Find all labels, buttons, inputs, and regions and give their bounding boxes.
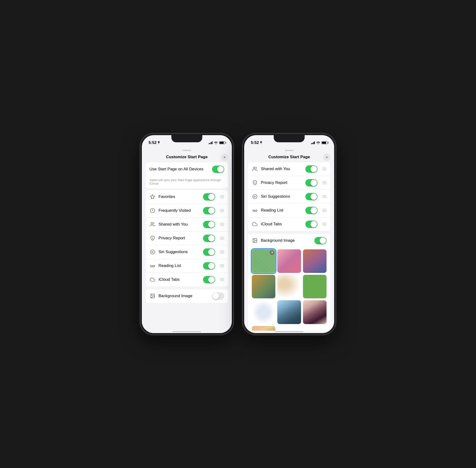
modal-header-2: Customize Start Page × [244,151,334,162]
shared-toggle[interactable] [203,221,215,228]
reading-list-label-2: Reading List [261,208,302,213]
siri-suggestions-label-2: Siri Suggestions [261,194,302,199]
background-image-label-1: Background Image [159,293,209,298]
phone-1-screen: 5:52 [142,135,232,333]
image-thumb-9[interactable] [303,300,327,324]
siri-suggestions-toggle[interactable] [203,249,215,256]
svg-point-4 [152,239,153,239]
list-item: Siri Suggestions [248,190,330,204]
sync-toggle[interactable] [212,166,224,173]
drag-handle [322,167,327,170]
status-time-1: 5:52 [149,140,160,145]
location-icon [158,141,160,144]
list-item: Privacy Report [248,176,330,190]
background-image-card-1: Background Image [146,289,228,303]
image-thumb-3[interactable] [303,249,327,273]
phone-2: 5:52 [243,134,336,335]
image-thumb-5[interactable] [277,275,301,298]
drag-handle [220,195,224,198]
svg-point-9 [151,265,152,267]
status-icons-2 [311,141,328,144]
siri-suggestions-label: Siri Suggestions [159,249,200,254]
deselect-image-1[interactable]: ✕ [270,250,274,255]
background-image-row-1: Background Image [146,289,228,303]
sync-toggle-row: Use Start Page on All Devices [146,162,228,176]
privacy-report-toggle-2[interactable] [305,179,317,187]
reading-list-toggle-2[interactable] [305,207,317,214]
list-item: iCloud Tabs [146,273,228,286]
background-image-toggle-1[interactable] [212,292,224,300]
shared-icon-2 [252,166,258,172]
privacy-report-label: Privacy Report [159,236,200,241]
background-image-toggle-2[interactable] [314,237,327,244]
icloud-tabs-toggle[interactable] [203,276,215,283]
clock-icon [149,207,156,214]
list-item: iCloud Tabs [248,218,330,231]
wifi-icon-2 [316,141,320,144]
list-item: Reading List [248,204,330,218]
reading-list-label: Reading List [159,263,200,268]
modal-sheet-2: Customize Start Page × [244,148,334,333]
cloud-icon-2 [252,221,258,227]
favorites-label: Favorites [159,194,200,199]
list-item: Shared with You [146,218,228,232]
items-card-1: Favorites [146,190,228,286]
image-icon-2 [252,237,258,244]
notch-2 [274,135,305,142]
battery-icon-2 [322,141,327,144]
list-item: Frequently Visited [146,204,228,218]
list-item: Shared with You [248,162,330,176]
image-thumb-4[interactable] [252,275,275,298]
star-icon [149,194,156,200]
svg-point-20 [253,210,255,212]
modal-sheet-1: Customize Start Page × Use Start Page on… [142,148,232,333]
close-button-1[interactable]: × [221,154,228,161]
reading-list-toggle[interactable] [203,262,215,270]
shared-icon [149,221,156,227]
list-item: Reading List [146,259,228,273]
svg-point-13 [253,167,255,169]
image-thumb-10[interactable] [252,326,275,331]
privacy-report-label-2: Privacy Report [261,180,302,185]
modal-content-1: Use Start Page on All Devices Safari wil… [142,162,232,331]
modal-title-2: Customize Start Page [268,155,310,160]
privacy-report-toggle[interactable] [203,234,215,242]
drag-handle [220,264,224,267]
svg-point-15 [255,183,255,184]
drag-handle [322,181,327,184]
icloud-tabs-label: iCloud Tabs [159,277,200,282]
status-time-2: 5:52 [251,140,262,145]
background-image-label-2: Background Image [261,238,312,243]
image-thumb-6[interactable] [303,275,327,298]
drag-handle [220,237,224,240]
status-icons-1 [209,141,225,144]
image-thumb-2[interactable] [277,249,301,273]
list-item: Siri Suggestions [146,245,228,259]
svg-point-12 [151,295,152,295]
shield-icon-2 [252,180,258,186]
list-item: Favorites [146,190,228,204]
sync-label: Use Start Page on All Devices [149,167,209,172]
background-image-card-2: Background Image ✕ [248,234,330,331]
glasses-icon-2 [252,207,258,213]
home-indicator-1 [173,331,201,332]
svg-point-21 [255,210,257,212]
drag-handle [322,209,327,212]
favorites-toggle[interactable] [203,193,215,201]
image-thumb-7[interactable] [252,300,275,324]
list-item: Privacy Report [146,232,228,245]
shared-toggle-2[interactable] [305,165,317,173]
image-thumb-1[interactable]: ✕ [252,249,275,273]
drag-handle [220,223,224,226]
battery-icon-1 [219,141,225,144]
close-button-2[interactable]: × [323,154,330,161]
siri-suggestions-toggle-2[interactable] [305,193,317,200]
modal-content-2: Shared with You [244,162,334,331]
home-indicator-2 [275,331,303,332]
frequently-visited-toggle[interactable] [203,207,215,214]
modal-title-1: Customize Start Page [166,155,208,160]
image-thumb-8[interactable] [277,300,301,324]
background-image-row-2: Background Image [248,234,330,248]
signal-bars-2 [311,141,315,144]
icloud-tabs-toggle-2[interactable] [305,220,317,228]
